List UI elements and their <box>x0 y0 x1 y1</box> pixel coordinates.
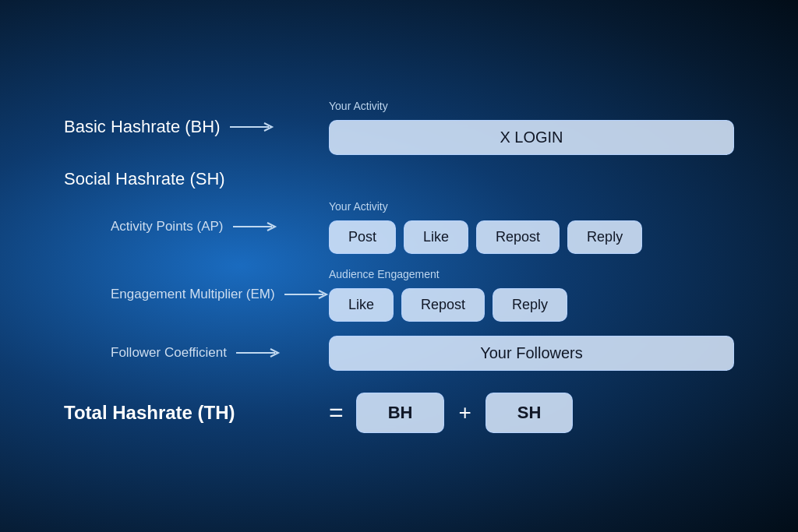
basic-hashrate-label-col: Basic Hashrate (BH) <box>64 117 329 137</box>
follower-coefficient-label-col: Follower Coefficient <box>64 345 329 361</box>
post-button[interactable]: Post <box>329 220 396 254</box>
em-buttons-row: Like Repost Reply <box>329 288 734 322</box>
follower-coefficient-arrow <box>236 347 283 358</box>
engagement-multiplier-arrow <box>284 289 331 300</box>
basic-hashrate-right: Your Activity X LOGIN <box>329 100 734 155</box>
basic-hashrate-arrow <box>230 122 277 132</box>
activity-points-label: Activity Points (AP) <box>111 219 224 234</box>
engagement-multiplier-label: Engagement Multiplier (EM) <box>111 287 275 302</box>
total-hashrate-row: Total Hashrate (TH) = BH + SH <box>64 393 734 433</box>
audience-engagement-label: Audience Engagement <box>329 268 734 280</box>
reply-ap-button[interactable]: Reply <box>567 220 642 254</box>
engagement-multiplier-label-col: Engagement Multiplier (EM) <box>64 287 329 302</box>
social-hashrate-heading-row: Social Hashrate (SH) <box>64 169 734 189</box>
total-hashrate-label-col: Total Hashrate (TH) <box>64 402 329 424</box>
repost-em-button[interactable]: Repost <box>401 288 485 322</box>
ap-buttons-row: Post Like Repost Reply <box>329 220 734 254</box>
activity-points-right: Your Activity Post Like Repost Reply <box>329 200 734 254</box>
engagement-multiplier-row: Engagement Multiplier (EM) Audience Enga… <box>64 268 734 322</box>
plus-sign: + <box>458 400 471 425</box>
follower-coefficient-right: Your Followers <box>329 336 734 371</box>
total-hashrate-label: Total Hashrate (TH) <box>64 402 235 424</box>
your-activity-label-1: Your Activity <box>329 100 734 112</box>
bh-button[interactable]: BH <box>356 393 445 433</box>
activity-points-label-col: Activity Points (AP) <box>64 219 329 234</box>
engagement-multiplier-right: Audience Engagement Like Repost Reply <box>329 268 734 322</box>
follower-buttons-row: Your Followers <box>329 336 734 371</box>
main-container: Basic Hashrate (BH) Your Activity X LOGI… <box>48 69 750 464</box>
sh-button[interactable]: SH <box>486 393 574 433</box>
basic-hashrate-row: Basic Hashrate (BH) Your Activity X LOGI… <box>64 100 734 155</box>
follower-coefficient-row: Follower Coefficient Your Followers <box>64 336 734 371</box>
x-login-row: X LOGIN <box>329 120 734 155</box>
x-login-button[interactable]: X LOGIN <box>329 120 734 155</box>
repost-ap-button[interactable]: Repost <box>476 220 560 254</box>
social-hashrate-label: Social Hashrate (SH) <box>64 169 225 189</box>
equals-sign: = <box>329 398 344 427</box>
follower-coefficient-label: Follower Coefficient <box>111 345 227 361</box>
your-followers-button[interactable]: Your Followers <box>329 336 734 371</box>
activity-points-row: Activity Points (AP) Your Activity Post … <box>64 200 734 254</box>
social-hashrate-label-col: Social Hashrate (SH) <box>64 169 329 189</box>
like-ap-button[interactable]: Like <box>404 220 468 254</box>
reply-em-button[interactable]: Reply <box>493 288 567 322</box>
total-hashrate-buttons: BH + SH <box>356 393 734 433</box>
your-activity-label-2: Your Activity <box>329 200 734 213</box>
activity-points-arrow <box>233 221 280 232</box>
like-em-button[interactable]: Like <box>329 288 394 322</box>
basic-hashrate-label: Basic Hashrate (BH) <box>64 117 221 137</box>
